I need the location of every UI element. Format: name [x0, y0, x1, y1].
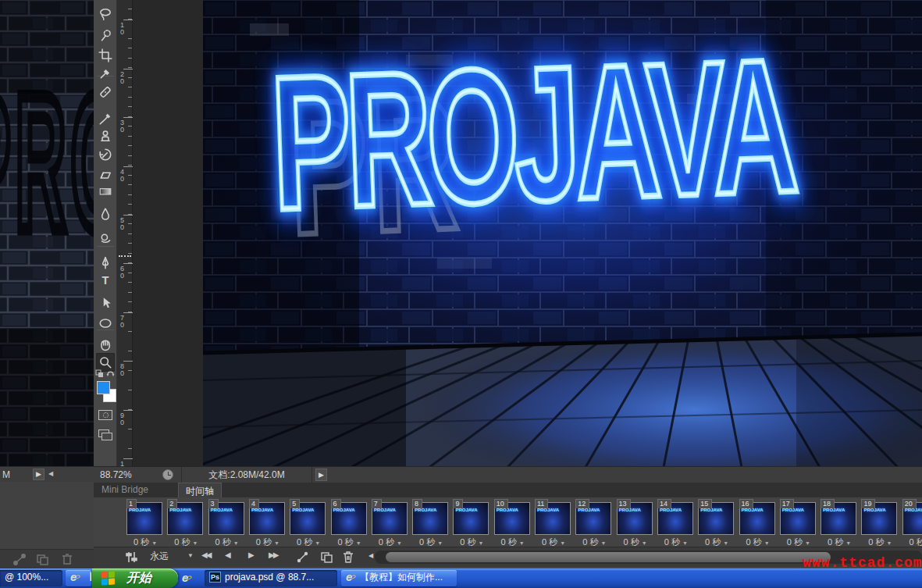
spot-healing-tool[interactable] [96, 83, 115, 102]
frame-duration-dropdown[interactable]: 0 秒 ▼ [412, 536, 450, 547]
frame-duration-dropdown[interactable]: 0 秒 ▼ [126, 536, 164, 547]
frame-duration-dropdown[interactable]: 0 秒 ▼ [780, 536, 817, 547]
animation-frame-1[interactable]: 1PROJAVA0 秒 ▼ [126, 499, 164, 546]
ellipse-tool[interactable] [96, 314, 115, 333]
quick-selection-tool[interactable] [96, 26, 115, 45]
animation-frame-9[interactable]: 9PROJAVA0 秒 ▼ [453, 499, 490, 546]
frame-duration-dropdown[interactable]: 0 秒 ▼ [331, 536, 368, 547]
animation-frame-5[interactable]: 5PROJAVA0 秒 ▼ [290, 499, 327, 546]
frame-duration-dropdown[interactable]: 0 秒 ▼ [698, 536, 735, 547]
frame-duration-dropdown[interactable]: 0 秒 ▼ [657, 536, 695, 547]
frame-duration-dropdown[interactable]: 0 秒 ▼ [167, 536, 205, 547]
delete-frame-trash-icon[interactable] [342, 551, 354, 564]
tab-mini-bridge[interactable]: Mini Bridge [101, 484, 148, 495]
start-button[interactable]: 开始 [92, 568, 178, 588]
previous-frame-button[interactable]: ◀ [225, 551, 231, 559]
animation-frame-16[interactable]: 16PROJAVA0 秒 ▼ [739, 499, 777, 546]
frame-duration-dropdown[interactable]: 0 秒 ▼ [453, 536, 490, 547]
animation-frame-17[interactable]: 17PROJAVA0 秒 ▼ [780, 499, 817, 546]
ruler-major-tick [123, 166, 133, 167]
animation-frame-18[interactable]: 18PROJAVA0 秒 ▼ [821, 499, 858, 546]
chevron-down-icon: ▼ [315, 540, 320, 546]
screen-mode-button[interactable] [98, 429, 109, 437]
frame-duration-dropdown[interactable]: 0 秒 ▼ [739, 536, 777, 547]
animation-frame-12[interactable]: 12PROJAVA0 秒 ▼ [575, 499, 613, 546]
frame-duration-dropdown[interactable]: 0 秒 ▼ [535, 536, 572, 547]
next-frame-button[interactable]: ▶▶ [269, 551, 277, 559]
background-panel-collapse-icon[interactable]: ◀ [48, 470, 53, 477]
brush-tool[interactable] [96, 109, 115, 128]
blur-tool[interactable] [96, 205, 115, 223]
canvas-pasteboard [133, 0, 203, 466]
frame-duration-dropdown[interactable]: 0 秒 ▼ [861, 536, 899, 547]
foreground-color-swatch[interactable] [97, 381, 110, 394]
quick-launch-ie-icon[interactable]: e [182, 572, 193, 583]
color-swatches-area [94, 367, 117, 414]
hand-tool[interactable] [96, 336, 115, 355]
taskbar-button-ie-tutorial[interactable]: e【教程】如何制作... [341, 570, 457, 586]
ruler-major-tick [123, 69, 133, 69]
animation-frame-20[interactable]: 20PROJAVA0 秒 ▼ [902, 499, 922, 546]
path-selection-tool[interactable] [96, 294, 115, 312]
animation-frame-19[interactable]: 19PROJAVA0 秒 ▼ [861, 499, 899, 546]
crop-tool[interactable] [96, 46, 115, 65]
document-canvas[interactable]: PR PROJAVA PROJAVA PROJAVA PROJAVA [203, 0, 922, 466]
animation-frame-10[interactable]: 10PROJAVA0 秒 ▼ [494, 499, 532, 546]
animation-frame-7[interactable]: 7PROJAVA0 秒 ▼ [372, 499, 409, 546]
animation-frame-14[interactable]: 14PROJAVA0 秒 ▼ [657, 499, 695, 546]
animation-frame-2[interactable]: 2PROJAVA0 秒 ▼ [167, 499, 205, 546]
frame-duration-dropdown[interactable]: 0 秒 ▼ [575, 536, 613, 547]
chevron-down-icon: ▼ [519, 540, 525, 546]
animation-frame-15[interactable]: 15PROJAVA0 秒 ▼ [698, 499, 735, 546]
animation-frame-4[interactable]: 4PROJAVA0 秒 ▼ [249, 499, 287, 546]
lasso-tool[interactable] [96, 5, 115, 23]
background-status-arrow-button[interactable]: ▶ [33, 469, 44, 480]
ruler-major-tick [123, 312, 133, 313]
frame-duration-dropdown[interactable]: 0 秒 ▼ [249, 536, 287, 547]
document-size-field[interactable]: 文档:2.08M/42.0M [181, 467, 312, 483]
zoom-level-field[interactable]: 88.72% [100, 469, 132, 480]
frame-duration-dropdown[interactable]: 0 秒 ▼ [290, 536, 327, 547]
chevron-down-icon: ▼ [397, 540, 402, 546]
background-canvas-art: PRO [0, 0, 94, 466]
pen-tool[interactable] [96, 254, 115, 273]
type-tool[interactable]: T [96, 271, 115, 290]
start-button-label: 开始 [126, 570, 151, 586]
timeline-scrollbar-thumb[interactable] [386, 552, 831, 562]
animation-frame-11[interactable]: 11PROJAVA0 秒 ▼ [535, 499, 572, 546]
quick-mask-button[interactable] [98, 410, 112, 420]
status-options-arrow[interactable]: ▶ [315, 469, 327, 481]
duplicate-frame-icon[interactable] [320, 551, 333, 563]
eyedropper-tool[interactable] [96, 64, 115, 83]
play-animation-button[interactable]: ▶ [248, 551, 255, 559]
animation-frame-13[interactable]: 13PROJAVA0 秒 ▼ [617, 499, 654, 546]
animation-frame-8[interactable]: 8PROJAVA0 秒 ▼ [412, 499, 450, 546]
frame-duration-dropdown[interactable]: 0 秒 ▼ [821, 536, 858, 547]
ruler-label: 30 [120, 119, 124, 134]
frame-number: 10 [494, 499, 508, 508]
history-brush-tool[interactable] [96, 145, 115, 164]
animation-frame-6[interactable]: 6PROJAVA0 秒 ▼ [331, 499, 368, 546]
taskbar-button-ie-clipped[interactable]: e【教 [66, 570, 91, 586]
frame-duration-dropdown[interactable]: 0 秒 ▼ [494, 536, 532, 547]
frame-duration-label: 0 秒 [868, 537, 884, 547]
frame-duration-dropdown[interactable]: 0 秒 ▼ [617, 536, 654, 547]
gradient-tool[interactable] [96, 182, 115, 201]
convert-to-video-timeline-icon[interactable] [125, 551, 139, 563]
frame-duration-dropdown[interactable]: 0 秒 ▼ [208, 536, 246, 547]
frame-duration-label: 0 秒 [297, 537, 312, 547]
frame-duration-dropdown[interactable]: 0 秒 ▼ [372, 536, 409, 547]
taskbar-button-doc100[interactable]: @ 100%... [0, 570, 62, 586]
frame-duration-dropdown[interactable]: 0 秒 ▼ [902, 536, 922, 547]
clone-stamp-tool[interactable] [96, 127, 115, 145]
tween-frames-icon[interactable] [297, 551, 309, 563]
sponge-tool[interactable] [96, 229, 115, 248]
taskbar-button-photoshop[interactable]: Psprojava.psd @ 88.7... [205, 570, 337, 586]
first-frame-button[interactable]: ◀◀ [201, 551, 210, 559]
animation-frame-3[interactable]: 3PROJAVA0 秒 ▼ [208, 499, 246, 546]
loop-options-dropdown[interactable]: 永远 ▼ [150, 550, 194, 563]
swap-colors-icon[interactable] [94, 367, 117, 380]
ruler-major-tick [123, 361, 133, 362]
tab-timeline[interactable]: 时间轴 [178, 483, 222, 497]
panel-collapse-arrow-icon[interactable]: ◀ [368, 552, 373, 559]
